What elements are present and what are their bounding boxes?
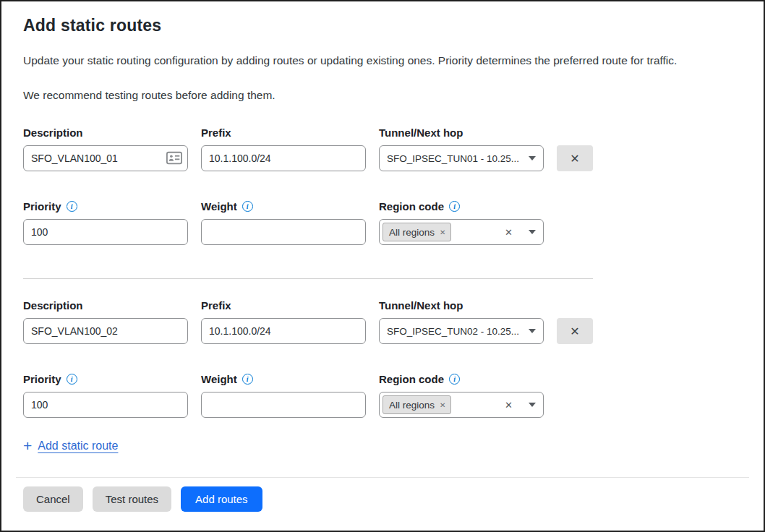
footer-actions: Cancel Test routes Add routes — [1, 478, 764, 512]
chevron-down-icon — [529, 329, 536, 333]
add-routes-button[interactable]: Add routes — [181, 486, 262, 512]
weight-field-group: Weight i — [201, 373, 366, 418]
recommendation-text: We recommend testing routes before addin… — [23, 89, 742, 102]
route-1-secondary-row: Priority i Weight i Region code i — [23, 200, 742, 245]
description-field-group: Description — [23, 299, 188, 344]
tunnel-next-hop-select[interactable]: SFO_IPSEC_TUN02 - 10.25... — [379, 318, 544, 344]
route-section-1: Description Prefix Tunnel/Nex — [23, 126, 742, 245]
chip-remove-icon[interactable]: ✕ — [440, 401, 445, 409]
prefix-label: Prefix — [201, 126, 366, 139]
tunnel-field-group: Tunnel/Next hop SFO_IPSEC_TUN01 - 10.25.… — [379, 126, 544, 171]
region-chip: All regions ✕ — [382, 395, 451, 414]
close-icon: ✕ — [570, 152, 579, 166]
priority-input[interactable] — [23, 219, 188, 245]
page-title: Add static routes — [23, 16, 742, 35]
delete-route-button[interactable]: ✕ — [557, 318, 593, 344]
info-icon[interactable]: i — [449, 201, 460, 212]
info-icon[interactable]: i — [242, 201, 253, 212]
region-code-field-group: Region code i All regions ✕ ✕ — [379, 200, 544, 245]
add-static-routes-dialog: { "dialog": { "title": "Add static route… — [0, 0, 765, 532]
info-icon[interactable]: i — [242, 374, 253, 385]
description-field-group: Description — [23, 126, 188, 171]
weight-input[interactable] — [201, 392, 366, 418]
route-section-2: Description Prefix Tunnel/Next hop SFO_I… — [23, 299, 742, 418]
priority-field-group: Priority i — [23, 200, 188, 245]
add-static-route-label: Add static route — [38, 439, 118, 452]
region-code-label: Region code i — [379, 200, 544, 213]
info-icon[interactable]: i — [67, 374, 77, 385]
tunnel-next-hop-select[interactable]: SFO_IPSEC_TUN01 - 10.25... — [379, 145, 544, 171]
region-code-label: Region code i — [379, 373, 544, 385]
description-input[interactable] — [23, 145, 188, 171]
region-chip-label: All regions — [389, 227, 435, 238]
route-2-main-row: Description Prefix Tunnel/Next hop SFO_I… — [23, 299, 742, 344]
weight-label: Weight i — [201, 200, 366, 213]
priority-field-group: Priority i — [23, 373, 188, 418]
prefix-input[interactable] — [201, 145, 366, 171]
priority-label: Priority i — [23, 200, 188, 213]
prefix-field-group: Prefix — [201, 299, 366, 344]
info-icon[interactable]: i — [67, 201, 77, 212]
prefix-field-group: Prefix — [201, 126, 366, 171]
close-icon: ✕ — [570, 325, 579, 338]
region-code-field-group: Region code i All regions ✕ ✕ — [379, 373, 544, 418]
contact-card-icon — [166, 151, 182, 165]
chevron-down-icon — [529, 230, 536, 234]
add-static-route-link[interactable]: + Add static route — [23, 439, 118, 452]
description-label: Description — [23, 126, 188, 139]
chip-remove-icon[interactable]: ✕ — [440, 228, 445, 236]
tunnel-selected-value: SFO_IPSEC_TUN02 - 10.25... — [387, 326, 523, 337]
test-routes-button[interactable]: Test routes — [93, 486, 171, 512]
description-label: Description — [23, 299, 188, 312]
weight-field-group: Weight i — [201, 200, 366, 245]
prefix-input[interactable] — [201, 318, 366, 344]
priority-label: Priority i — [23, 373, 188, 385]
region-code-multiselect[interactable]: All regions ✕ ✕ — [379, 392, 544, 418]
info-icon[interactable]: i — [449, 374, 460, 385]
weight-input[interactable] — [201, 219, 366, 245]
chevron-down-icon — [529, 156, 536, 160]
section-divider — [23, 278, 593, 279]
region-chip-label: All regions — [389, 400, 435, 411]
route-2-secondary-row: Priority i Weight i Region code i — [23, 373, 742, 418]
clear-selection-icon[interactable]: ✕ — [505, 400, 513, 411]
description-input[interactable] — [23, 318, 188, 344]
clear-selection-icon[interactable]: ✕ — [505, 227, 513, 238]
chevron-down-icon — [529, 403, 536, 407]
region-code-multiselect[interactable]: All regions ✕ ✕ — [379, 219, 544, 245]
plus-icon: + — [23, 439, 32, 452]
cancel-button[interactable]: Cancel — [23, 486, 83, 512]
delete-route-button[interactable]: ✕ — [557, 145, 593, 171]
intro-text: Update your static routing configuration… — [23, 53, 742, 69]
priority-input[interactable] — [23, 392, 188, 418]
weight-label: Weight i — [201, 373, 366, 385]
prefix-label: Prefix — [201, 299, 366, 312]
route-1-main-row: Description Prefix Tunnel/Nex — [23, 126, 742, 171]
tunnel-field-group: Tunnel/Next hop SFO_IPSEC_TUN02 - 10.25.… — [379, 299, 544, 344]
region-chip: All regions ✕ — [382, 223, 451, 241]
dialog-content: Add static routes Update your static rou… — [1, 1, 764, 452]
tunnel-next-hop-label: Tunnel/Next hop — [379, 126, 544, 139]
tunnel-selected-value: SFO_IPSEC_TUN01 - 10.25... — [387, 153, 523, 164]
tunnel-next-hop-label: Tunnel/Next hop — [379, 299, 544, 312]
